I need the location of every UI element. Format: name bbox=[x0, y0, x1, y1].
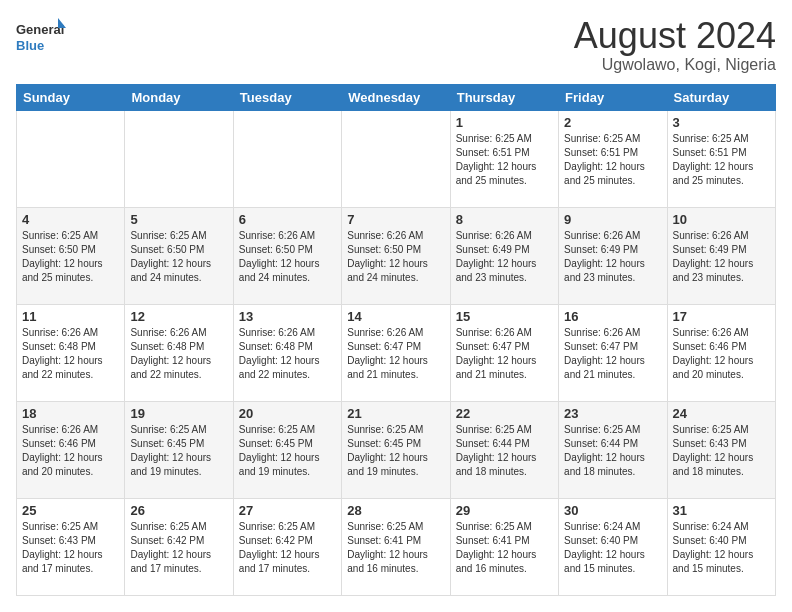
logo-svg: General Blue bbox=[16, 16, 66, 60]
calendar-cell: 8Sunrise: 6:26 AMSunset: 6:49 PMDaylight… bbox=[450, 207, 558, 304]
calendar-cell: 2Sunrise: 6:25 AMSunset: 6:51 PMDaylight… bbox=[559, 110, 667, 207]
calendar-day-header: Monday bbox=[125, 84, 233, 110]
calendar-cell: 27Sunrise: 6:25 AMSunset: 6:42 PMDayligh… bbox=[233, 498, 341, 595]
calendar-cell: 23Sunrise: 6:25 AMSunset: 6:44 PMDayligh… bbox=[559, 401, 667, 498]
calendar-week-row: 11Sunrise: 6:26 AMSunset: 6:48 PMDayligh… bbox=[17, 304, 776, 401]
day-number: 10 bbox=[673, 212, 770, 227]
logo: General Blue bbox=[16, 16, 66, 60]
day-info: Sunrise: 6:24 AMSunset: 6:40 PMDaylight:… bbox=[564, 520, 661, 576]
day-info: Sunrise: 6:26 AMSunset: 6:48 PMDaylight:… bbox=[22, 326, 119, 382]
day-number: 20 bbox=[239, 406, 336, 421]
day-number: 28 bbox=[347, 503, 444, 518]
calendar-day-header: Thursday bbox=[450, 84, 558, 110]
calendar-cell: 13Sunrise: 6:26 AMSunset: 6:48 PMDayligh… bbox=[233, 304, 341, 401]
calendar-cell: 5Sunrise: 6:25 AMSunset: 6:50 PMDaylight… bbox=[125, 207, 233, 304]
calendar-cell: 31Sunrise: 6:24 AMSunset: 6:40 PMDayligh… bbox=[667, 498, 775, 595]
day-number: 30 bbox=[564, 503, 661, 518]
calendar-day-header: Tuesday bbox=[233, 84, 341, 110]
calendar-week-row: 18Sunrise: 6:26 AMSunset: 6:46 PMDayligh… bbox=[17, 401, 776, 498]
calendar-cell: 16Sunrise: 6:26 AMSunset: 6:47 PMDayligh… bbox=[559, 304, 667, 401]
day-number: 5 bbox=[130, 212, 227, 227]
day-info: Sunrise: 6:25 AMSunset: 6:51 PMDaylight:… bbox=[673, 132, 770, 188]
day-info: Sunrise: 6:26 AMSunset: 6:47 PMDaylight:… bbox=[564, 326, 661, 382]
calendar-cell: 6Sunrise: 6:26 AMSunset: 6:50 PMDaylight… bbox=[233, 207, 341, 304]
calendar-cell: 1Sunrise: 6:25 AMSunset: 6:51 PMDaylight… bbox=[450, 110, 558, 207]
day-number: 22 bbox=[456, 406, 553, 421]
calendar-day-header: Sunday bbox=[17, 84, 125, 110]
day-number: 14 bbox=[347, 309, 444, 324]
day-number: 7 bbox=[347, 212, 444, 227]
calendar-day-header: Wednesday bbox=[342, 84, 450, 110]
day-number: 6 bbox=[239, 212, 336, 227]
day-info: Sunrise: 6:26 AMSunset: 6:46 PMDaylight:… bbox=[22, 423, 119, 479]
day-number: 26 bbox=[130, 503, 227, 518]
day-info: Sunrise: 6:26 AMSunset: 6:47 PMDaylight:… bbox=[347, 326, 444, 382]
calendar-cell bbox=[233, 110, 341, 207]
calendar-day-header: Saturday bbox=[667, 84, 775, 110]
day-info: Sunrise: 6:26 AMSunset: 6:48 PMDaylight:… bbox=[130, 326, 227, 382]
calendar-cell: 14Sunrise: 6:26 AMSunset: 6:47 PMDayligh… bbox=[342, 304, 450, 401]
calendar-cell: 3Sunrise: 6:25 AMSunset: 6:51 PMDaylight… bbox=[667, 110, 775, 207]
calendar-cell: 19Sunrise: 6:25 AMSunset: 6:45 PMDayligh… bbox=[125, 401, 233, 498]
header: General Blue August 2024 Ugwolawo, Kogi,… bbox=[16, 16, 776, 74]
day-info: Sunrise: 6:25 AMSunset: 6:42 PMDaylight:… bbox=[239, 520, 336, 576]
day-number: 1 bbox=[456, 115, 553, 130]
calendar-cell: 25Sunrise: 6:25 AMSunset: 6:43 PMDayligh… bbox=[17, 498, 125, 595]
svg-text:General: General bbox=[16, 22, 64, 37]
day-number: 13 bbox=[239, 309, 336, 324]
day-number: 29 bbox=[456, 503, 553, 518]
day-number: 27 bbox=[239, 503, 336, 518]
calendar-week-row: 1Sunrise: 6:25 AMSunset: 6:51 PMDaylight… bbox=[17, 110, 776, 207]
day-info: Sunrise: 6:25 AMSunset: 6:45 PMDaylight:… bbox=[239, 423, 336, 479]
calendar-cell bbox=[342, 110, 450, 207]
day-info: Sunrise: 6:25 AMSunset: 6:41 PMDaylight:… bbox=[456, 520, 553, 576]
calendar-header-row: SundayMondayTuesdayWednesdayThursdayFrid… bbox=[17, 84, 776, 110]
day-number: 3 bbox=[673, 115, 770, 130]
calendar-cell bbox=[17, 110, 125, 207]
day-info: Sunrise: 6:25 AMSunset: 6:43 PMDaylight:… bbox=[673, 423, 770, 479]
day-number: 8 bbox=[456, 212, 553, 227]
calendar-cell: 17Sunrise: 6:26 AMSunset: 6:46 PMDayligh… bbox=[667, 304, 775, 401]
day-number: 4 bbox=[22, 212, 119, 227]
calendar-cell: 26Sunrise: 6:25 AMSunset: 6:42 PMDayligh… bbox=[125, 498, 233, 595]
day-info: Sunrise: 6:25 AMSunset: 6:44 PMDaylight:… bbox=[456, 423, 553, 479]
calendar-cell: 10Sunrise: 6:26 AMSunset: 6:49 PMDayligh… bbox=[667, 207, 775, 304]
day-info: Sunrise: 6:25 AMSunset: 6:41 PMDaylight:… bbox=[347, 520, 444, 576]
day-number: 19 bbox=[130, 406, 227, 421]
day-info: Sunrise: 6:25 AMSunset: 6:44 PMDaylight:… bbox=[564, 423, 661, 479]
calendar-week-row: 25Sunrise: 6:25 AMSunset: 6:43 PMDayligh… bbox=[17, 498, 776, 595]
calendar-cell: 9Sunrise: 6:26 AMSunset: 6:49 PMDaylight… bbox=[559, 207, 667, 304]
calendar-cell: 22Sunrise: 6:25 AMSunset: 6:44 PMDayligh… bbox=[450, 401, 558, 498]
day-info: Sunrise: 6:25 AMSunset: 6:50 PMDaylight:… bbox=[130, 229, 227, 285]
day-info: Sunrise: 6:26 AMSunset: 6:49 PMDaylight:… bbox=[673, 229, 770, 285]
calendar-cell: 28Sunrise: 6:25 AMSunset: 6:41 PMDayligh… bbox=[342, 498, 450, 595]
day-number: 11 bbox=[22, 309, 119, 324]
calendar-table: SundayMondayTuesdayWednesdayThursdayFrid… bbox=[16, 84, 776, 596]
day-info: Sunrise: 6:24 AMSunset: 6:40 PMDaylight:… bbox=[673, 520, 770, 576]
day-number: 31 bbox=[673, 503, 770, 518]
main-title: August 2024 bbox=[574, 16, 776, 56]
calendar-day-header: Friday bbox=[559, 84, 667, 110]
calendar-cell: 20Sunrise: 6:25 AMSunset: 6:45 PMDayligh… bbox=[233, 401, 341, 498]
day-info: Sunrise: 6:26 AMSunset: 6:49 PMDaylight:… bbox=[456, 229, 553, 285]
calendar-cell: 11Sunrise: 6:26 AMSunset: 6:48 PMDayligh… bbox=[17, 304, 125, 401]
day-number: 9 bbox=[564, 212, 661, 227]
day-number: 18 bbox=[22, 406, 119, 421]
day-number: 15 bbox=[456, 309, 553, 324]
calendar-week-row: 4Sunrise: 6:25 AMSunset: 6:50 PMDaylight… bbox=[17, 207, 776, 304]
day-info: Sunrise: 6:26 AMSunset: 6:50 PMDaylight:… bbox=[347, 229, 444, 285]
calendar-cell: 4Sunrise: 6:25 AMSunset: 6:50 PMDaylight… bbox=[17, 207, 125, 304]
day-info: Sunrise: 6:26 AMSunset: 6:48 PMDaylight:… bbox=[239, 326, 336, 382]
day-info: Sunrise: 6:25 AMSunset: 6:51 PMDaylight:… bbox=[564, 132, 661, 188]
day-info: Sunrise: 6:25 AMSunset: 6:42 PMDaylight:… bbox=[130, 520, 227, 576]
day-info: Sunrise: 6:26 AMSunset: 6:46 PMDaylight:… bbox=[673, 326, 770, 382]
day-number: 24 bbox=[673, 406, 770, 421]
day-number: 2 bbox=[564, 115, 661, 130]
day-number: 21 bbox=[347, 406, 444, 421]
day-number: 12 bbox=[130, 309, 227, 324]
day-info: Sunrise: 6:25 AMSunset: 6:50 PMDaylight:… bbox=[22, 229, 119, 285]
day-number: 17 bbox=[673, 309, 770, 324]
calendar-cell: 7Sunrise: 6:26 AMSunset: 6:50 PMDaylight… bbox=[342, 207, 450, 304]
day-number: 25 bbox=[22, 503, 119, 518]
day-info: Sunrise: 6:25 AMSunset: 6:43 PMDaylight:… bbox=[22, 520, 119, 576]
